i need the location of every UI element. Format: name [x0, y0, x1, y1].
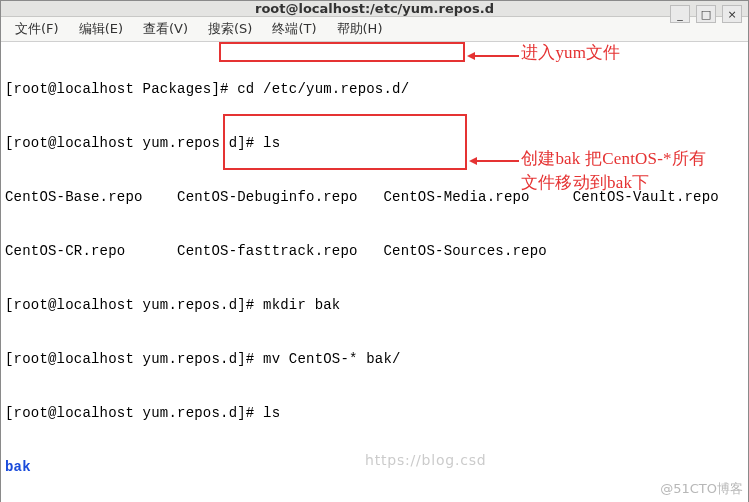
- menu-help[interactable]: 帮助(H): [329, 17, 391, 41]
- terminal-line: [root@localhost yum.repos.d]# ls: [5, 404, 744, 422]
- terminal-line: [root@localhost yum.repos.d]# mv CentOS-…: [5, 350, 744, 368]
- terminal-line: [root@localhost Packages]# cd /etc/yum.r…: [5, 80, 744, 98]
- annotation-text-2-line1: 创建bak 把CentOS-*所有: [521, 150, 706, 168]
- directory-name: bak: [5, 459, 31, 475]
- terminal-line: CentOS-CR.repo CentOS-fasttrack.repo Cen…: [5, 242, 744, 260]
- terminal-line: [root@localhost yum.repos.d]# ls: [5, 134, 744, 152]
- window-title: root@localhost:/etc/yum.repos.d: [1, 1, 748, 16]
- titlebar: root@localhost:/etc/yum.repos.d _ □ ×: [1, 1, 748, 17]
- annotation-arrow-1: [467, 52, 517, 62]
- menu-file[interactable]: 文件(F): [7, 17, 67, 41]
- close-button[interactable]: ×: [722, 5, 742, 23]
- terminal-line: bak: [5, 458, 744, 476]
- window-controls: _ □ ×: [670, 5, 742, 23]
- maximize-button[interactable]: □: [696, 5, 716, 23]
- annotation-text-1: 进入yum文件: [521, 44, 621, 62]
- terminal-content[interactable]: [root@localhost Packages]# cd /etc/yum.r…: [1, 42, 748, 502]
- annotation-box-1: [219, 42, 465, 62]
- menu-search[interactable]: 搜索(S): [200, 17, 260, 41]
- menubar: 文件(F) 编辑(E) 查看(V) 搜索(S) 终端(T) 帮助(H): [1, 17, 748, 42]
- annotation-arrow-2: [469, 157, 517, 167]
- menu-edit[interactable]: 编辑(E): [71, 17, 131, 41]
- minimize-button[interactable]: _: [670, 5, 690, 23]
- menu-terminal[interactable]: 终端(T): [264, 17, 324, 41]
- terminal-line: CentOS-Base.repo CentOS-Debuginfo.repo C…: [5, 188, 744, 206]
- menu-view[interactable]: 查看(V): [135, 17, 196, 41]
- terminal-window: root@localhost:/etc/yum.repos.d _ □ × 文件…: [0, 0, 749, 502]
- terminal-line: [root@localhost yum.repos.d]# mkdir bak: [5, 296, 744, 314]
